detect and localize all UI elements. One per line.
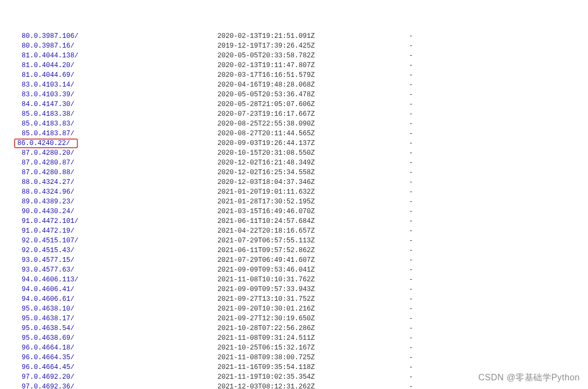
date-text: 2021-11-08T10:10:31.762Z <box>217 275 409 285</box>
date-text: 2021-11-08T09:31:24.511Z <box>217 333 409 343</box>
date-text: 2020-04-16T19:48:28.068Z <box>217 80 409 90</box>
version-link[interactable]: 85.0.4183.38/ <box>22 109 217 119</box>
date-text: 2020-12-02T16:25:34.558Z <box>217 168 409 177</box>
list-item: 83.0.4103.39/2020-05-05T20:53:36.478Z- <box>22 90 588 100</box>
version-link[interactable]: 94.0.4606.41/ <box>22 285 217 294</box>
version-link[interactable]: 84.0.4147.30/ <box>22 100 217 109</box>
list-item: 87.0.4280.87/2020-12-02T16:21:48.349Z- <box>22 158 588 168</box>
version-link[interactable]: 83.0.4103.39/ <box>22 90 217 100</box>
size-text: - <box>409 51 413 61</box>
date-text: 2020-05-05T20:33:58.782Z <box>217 51 409 61</box>
size-text: - <box>409 41 413 51</box>
size-text: - <box>409 148 413 158</box>
list-item: 84.0.4147.30/2020-05-28T21:05:07.606Z- <box>22 100 588 109</box>
size-text: - <box>409 275 413 285</box>
list-item: 95.0.4638.10/2021-09-20T10:30:01.216Z- <box>22 304 588 314</box>
version-link[interactable]: 91.0.4472.101/ <box>22 216 217 226</box>
version-link[interactable]: 96.0.4664.45/ <box>22 362 217 372</box>
version-link[interactable]: 89.0.4389.23/ <box>22 197 217 207</box>
size-text: - <box>409 31 413 41</box>
date-text: 2021-06-11T09:57:52.862Z <box>217 246 409 255</box>
version-link[interactable]: 80.0.3987.106/ <box>22 31 217 41</box>
size-text: - <box>409 324 413 333</box>
size-text: - <box>409 129 413 139</box>
version-link[interactable]: 91.0.4472.19/ <box>22 226 217 236</box>
list-item: 85.0.4183.38/2020-07-23T19:16:17.667Z- <box>22 109 588 119</box>
list-item: 87.0.4280.20/2020-10-15T20:31:08.550Z- <box>22 148 588 158</box>
list-item: 88.0.4324.96/2021-01-20T19:01:11.632Z- <box>22 187 588 197</box>
version-link[interactable]: 85.0.4183.83/ <box>22 119 217 129</box>
size-text: - <box>409 139 413 148</box>
version-link[interactable]: 92.0.4515.43/ <box>22 246 217 255</box>
date-text: 2020-08-27T20:11:44.565Z <box>217 129 409 139</box>
version-link[interactable]: 92.0.4515.107/ <box>22 236 217 246</box>
date-text: 2021-10-28T07:22:56.286Z <box>217 324 409 333</box>
version-link[interactable]: 90.0.4430.24/ <box>22 207 217 216</box>
size-text: - <box>409 353 413 362</box>
date-text: 2021-01-28T17:30:52.195Z <box>217 197 409 207</box>
version-link[interactable]: 86.0.4240.22/ <box>14 139 78 148</box>
version-link[interactable]: 94.0.4606.113/ <box>22 275 217 285</box>
list-item: 92.0.4515.43/2021-06-11T09:57:52.862Z- <box>22 246 588 255</box>
date-text: 2021-10-25T06:15:32.167Z <box>217 343 409 353</box>
size-text: - <box>409 109 413 119</box>
version-link[interactable]: 95.0.4638.69/ <box>22 333 217 343</box>
version-link[interactable]: 97.0.4692.20/ <box>22 372 217 382</box>
version-link[interactable]: 93.0.4577.63/ <box>22 265 217 275</box>
list-item: 85.0.4183.83/2020-08-25T22:55:38.090Z- <box>22 119 588 129</box>
version-link[interactable]: 87.0.4280.20/ <box>22 148 217 158</box>
date-text: 2021-09-27T13:10:31.752Z <box>217 294 409 304</box>
list-item: 83.0.4103.14/2020-04-16T19:48:28.068Z- <box>22 80 588 90</box>
date-text: 2020-10-15T20:31:08.550Z <box>217 148 409 158</box>
size-text: - <box>409 362 413 372</box>
version-link[interactable]: 88.0.4324.96/ <box>22 187 217 197</box>
size-text: - <box>409 304 413 314</box>
size-text: - <box>409 207 413 216</box>
version-link[interactable]: 87.0.4280.88/ <box>22 168 217 177</box>
size-text: - <box>409 246 413 255</box>
version-link[interactable]: 95.0.4638.54/ <box>22 324 217 333</box>
date-text: 2020-02-13T19:11:47.807Z <box>217 61 409 70</box>
size-text: - <box>409 226 413 236</box>
version-link[interactable]: 83.0.4103.14/ <box>22 80 217 90</box>
list-item: 80.0.3987.16/2019-12-19T17:39:26.425Z- <box>22 41 588 51</box>
size-text: - <box>409 333 413 343</box>
version-link[interactable]: 95.0.4638.10/ <box>22 304 217 314</box>
version-link[interactable]: 85.0.4183.87/ <box>22 129 217 139</box>
size-text: - <box>409 382 413 389</box>
date-text: 2020-12-03T18:04:37.346Z <box>217 177 409 187</box>
version-link[interactable]: 94.0.4606.61/ <box>22 294 217 304</box>
list-item: 91.0.4472.101/2021-06-11T10:24:57.684Z- <box>22 216 588 226</box>
date-text: 2020-08-25T22:55:38.090Z <box>217 119 409 129</box>
size-text: - <box>409 294 413 304</box>
date-text: 2021-03-15T16:49:46.070Z <box>217 207 409 216</box>
date-text: 2021-01-20T19:01:11.632Z <box>217 187 409 197</box>
version-link[interactable]: 93.0.4577.15/ <box>22 255 217 265</box>
version-link[interactable]: 80.0.3987.16/ <box>22 41 217 51</box>
version-link[interactable]: 96.0.4664.18/ <box>22 343 217 353</box>
list-item: 96.0.4664.18/2021-10-25T06:15:32.167Z- <box>22 343 588 353</box>
list-item: 92.0.4515.107/2021-07-29T06:57:55.113Z- <box>22 236 588 246</box>
list-item: 91.0.4472.19/2021-04-22T20:18:16.657Z- <box>22 226 588 236</box>
date-text: 2020-02-13T19:21:51.091Z <box>217 31 409 41</box>
version-link[interactable]: 95.0.4638.17/ <box>22 314 217 324</box>
size-text: - <box>409 187 413 197</box>
version-link[interactable]: 97.0.4692.36/ <box>22 382 217 389</box>
watermark-text: CSDN @零基础学Python <box>478 372 580 384</box>
size-text: - <box>409 372 413 382</box>
date-text: 2021-12-03T08:12:31.262Z <box>217 382 409 389</box>
date-text: 2020-12-02T16:21:48.349Z <box>217 158 409 168</box>
version-link[interactable]: 81.0.4044.138/ <box>22 51 217 61</box>
version-link[interactable]: 88.0.4324.27/ <box>22 177 217 187</box>
version-link[interactable]: 81.0.4044.69/ <box>22 70 217 80</box>
list-item: 81.0.4044.69/2020-03-17T16:16:51.579Z- <box>22 70 588 80</box>
version-link[interactable]: 87.0.4280.87/ <box>22 158 217 168</box>
version-link[interactable]: 96.0.4664.35/ <box>22 353 217 362</box>
size-text: - <box>409 168 413 177</box>
size-text: - <box>409 70 413 80</box>
size-text: - <box>409 265 413 275</box>
date-text: 2020-05-05T20:53:36.478Z <box>217 90 409 100</box>
date-text: 2021-04-22T20:18:16.657Z <box>217 226 409 236</box>
version-link[interactable]: 81.0.4044.20/ <box>22 61 217 70</box>
date-text: 2021-11-19T10:02:35.354Z <box>217 372 409 382</box>
